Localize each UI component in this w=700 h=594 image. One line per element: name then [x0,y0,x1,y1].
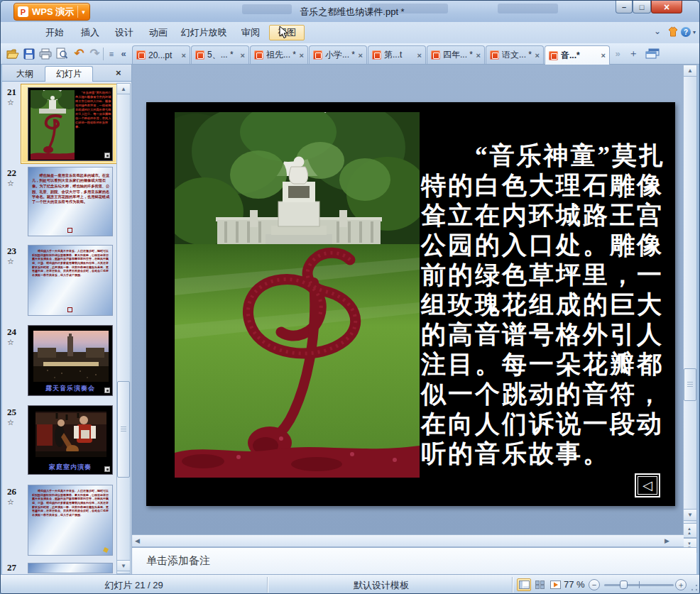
tab-slides[interactable]: 幻灯片 [45,66,93,82]
arrow-up-icon: ▲ [121,86,126,92]
back-arrow-icon: ◁ [642,479,652,492]
thumbnail-caption: 家庭室内演奏 [28,463,112,472]
close-tab-icon[interactable]: × [476,51,481,60]
menu-label: 插入 [81,27,99,38]
close-tab-icon[interactable]: × [601,51,606,60]
slide-thumbnail-26[interactable]: 维也纳几乎一天也离不开音乐。人们在漫步时，随时可以听到那优雅轻快的华尔兹圆舞曲。… [28,485,113,556]
redo-icon[interactable]: ↷ [87,46,102,61]
ppt-file-icon [549,51,558,60]
zoom-out-button[interactable]: − [589,579,600,590]
scroll-tabs-right-icon[interactable]: » [613,46,623,61]
doc-tab-2[interactable]: 5、... * × [191,45,249,64]
help-dropdown-icon[interactable]: ▾ [693,29,696,35]
close-tab-icon[interactable]: × [535,51,540,60]
menu-label: 幻灯片放映 [181,27,227,38]
panel-scrollbar-track[interactable] [116,83,131,574]
status-bar: 幻灯片 21 / 29 默认设计模板 77 % − ＋ [1,574,700,594]
close-tab-icon[interactable]: × [241,51,245,60]
open-file-icon[interactable] [5,46,20,61]
doc-tab-3[interactable]: 祖先... * × [250,45,308,64]
scroll-right-icon[interactable]: ▶ [665,537,669,544]
back-navigation-button[interactable]: ◁ [635,473,660,497]
normal-view-button[interactable] [517,578,531,591]
doc-tab-7[interactable]: 语文... * × [486,45,544,64]
doc-tab-active[interactable]: 音...* × [545,45,610,65]
close-panel-icon[interactable]: × [116,67,121,78]
media-icon [104,466,110,472]
new-tab-icon[interactable]: ＋ [627,46,640,61]
minimize-button[interactable]: – [616,1,633,13]
close-button[interactable]: × [651,1,682,13]
slideshow-view-button[interactable] [548,578,562,591]
thumbnail-text: “音乐神童”莫扎特的白色大理石雕像耸立在内环城路王宫公园的入口处。雕像前的绿色草… [75,91,112,159]
doc-tab-label: 祖先... * [266,49,297,61]
menu-item-insert[interactable]: 插入 [73,25,107,40]
doc-tab-label: 第...t [384,49,415,61]
menu-item-review[interactable]: 审阅 [234,25,268,40]
panel-scroll-down-icon[interactable]: ▼ [116,560,131,571]
print-icon[interactable] [38,46,53,61]
doc-tab-1[interactable]: 20...pt × [132,45,190,64]
panel-scroll-up-icon[interactable]: ▲ [116,83,131,94]
media-icon [104,387,110,393]
animation-star-icon: ☆ [7,418,14,427]
close-tab-icon[interactable]: × [417,51,422,60]
slide-thumbnail-27[interactable] [28,563,113,573]
doc-tab-5[interactable]: 第...t × [368,45,426,64]
menu-item-animation[interactable]: 动画 [141,25,175,40]
save-icon[interactable] [21,46,36,61]
maximize-button[interactable]: □ [633,1,651,13]
toolbar-options-icon[interactable]: ≡ [106,46,117,61]
doc-tab-label: 20...pt [148,50,180,60]
close-tab-icon[interactable]: × [182,51,186,60]
scroll-down-icon[interactable]: ▼ [683,509,697,521]
menu-label: 设计 [115,27,133,38]
scroll-left-icon[interactable]: ◀ [135,537,140,544]
zoom-in-button[interactable]: ＋ [675,579,687,590]
zoom-slider-thumb[interactable] [620,581,628,589]
wps-app-menu-button[interactable]: P WPS 演示 ▾ [13,3,90,21]
slide-thumbnail-25[interactable]: 家庭室内演奏 [28,405,113,475]
close-tab-icon[interactable]: × [300,51,304,60]
panel-scrollbar-thumb[interactable] [117,381,130,478]
scroll-up-icon[interactable]: ▲ [683,65,697,77]
plus-icon: ＋ [677,581,685,589]
slide-thumbnail-24[interactable]: 露天音乐演奏会 [28,325,113,396]
undo-icon[interactable]: ↶ [72,46,87,61]
ppt-file-icon [313,50,322,60]
close-tab-icon[interactable]: × [359,51,363,60]
doc-tab-label: 音...* [561,50,599,62]
tab-outline[interactable]: 大纲 [6,66,43,82]
arrange-windows-icon[interactable] [645,48,660,62]
help-button[interactable]: ? [681,27,691,37]
slide-thumbnail-22[interactable]: 维也纳是一座用音乐装饰起来的城市。在这儿，到处可以看到大音乐家们的铜像或大理石像… [28,167,113,236]
slide-thumbnail-21[interactable]: “音乐神童”莫扎特的白色大理石雕像耸立在内环城路王宫公园的入口处。雕像前的绿色草… [21,84,117,164]
collapse-ribbon-icon[interactable]: ⌄ [654,26,661,36]
thumbnail-text: 维也纳几乎一天也离不开音乐。人们在漫步时，随时可以听到那优雅轻快的华尔兹圆舞曲。… [32,489,110,551]
menu-item-design[interactable]: 设计 [107,25,141,40]
divider [77,6,78,18]
previous-slide-button[interactable]: ▲▲ [683,523,697,538]
print-preview-icon[interactable] [54,46,69,61]
design-template-label: 默认设计模板 [354,579,409,592]
notes-pane[interactable]: 单击添加备注 [132,547,696,574]
scroll-tabs-left-icon[interactable]: « [119,46,128,61]
zoom-level-label[interactable]: 77 % [564,579,585,590]
doc-tab-6[interactable]: 四年... * × [427,45,485,64]
horizontal-scrollbar[interactable]: ◀ ▶ [132,534,684,547]
slide-panel: 大纲 幻灯片 × 21 ☆ “音乐神童 [2,65,132,574]
mozart-statue-photo[interactable] [175,112,420,478]
slide-sorter-view-button[interactable] [532,578,547,591]
help-icon: ? [684,28,688,36]
slide-text-box[interactable]: “音乐神童”莫扎 特的白色大理石雕像 耸立在内环城路王宫 公园的入口处。雕像 前… [421,141,674,475]
menu-item-slideshow[interactable]: 幻灯片放映 [175,25,232,40]
resize-grip[interactable] [691,584,698,591]
slide-thumbnail-23[interactable]: 维也纳几乎一天也离不开音乐。人们在漫步时，随时可以听到那优雅轻快的华尔兹圆舞曲。… [28,245,113,316]
vertical-scrollbar-thumb[interactable] [684,368,696,401]
slide-number: 27 [7,562,16,573]
menu-item-home[interactable]: 开始 [38,25,72,40]
ppt-file-icon [195,50,204,60]
skin-icon[interactable] [667,26,679,40]
vertical-scrollbar-track[interactable] [683,65,697,553]
doc-tab-4[interactable]: 小学... * × [309,45,367,64]
